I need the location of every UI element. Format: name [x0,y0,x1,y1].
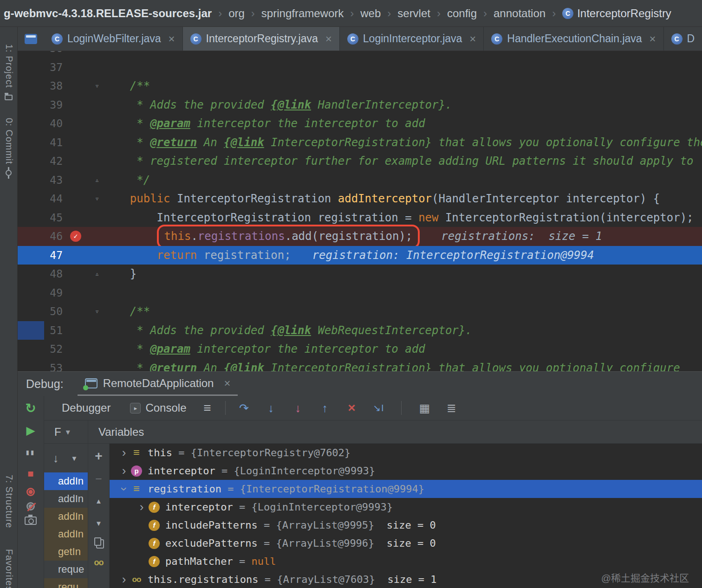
close-icon[interactable]: × [325,33,332,45]
chevron-right-icon[interactable]: › [117,572,131,587]
view-breakpoints-icon[interactable] [26,488,35,496]
remove-watch-icon[interactable]: − [91,471,107,486]
code-editor[interactable]: 363738▿ /**39 * Adds the provided {@link… [18,51,702,371]
variable-row[interactable]: fexcludePatterns = {ArrayList@9996} size… [110,534,702,552]
fold-icon[interactable]: ▵ [95,265,99,284]
frame-row[interactable]: addIn [44,472,88,490]
chevron-right-icon[interactable]: › [117,446,131,460]
add-watch-icon[interactable]: + [91,448,107,464]
hide-frames-icon[interactable]: ↓ [48,450,64,466]
step-over-icon[interactable]: ↷ [236,400,252,416]
stop-icon[interactable]: ■ [23,466,39,482]
code-line[interactable]: 50▿ /** [18,302,702,321]
chevron-down-icon[interactable]: › [117,482,131,496]
breadcrumb-item[interactable]: springframework [261,7,344,20]
close-icon[interactable]: × [224,378,230,389]
variable-row[interactable]: fpathMatcher = null [110,552,702,570]
drop-frame-icon[interactable]: × [344,400,359,416]
editor-tab[interactable]: CLoginWebFilter.java× [44,27,183,51]
toolwindow-favorites-button[interactable]: Favorites [0,549,18,588]
code-line[interactable]: 40 * @param interceptor the interceptor … [18,114,702,133]
watch-rail: +−▲▼oo [88,444,110,588]
breadcrumb-item[interactable]: config [447,7,477,20]
code-line[interactable]: 53 * @return An {@link InterceptorRegist… [18,359,702,372]
evaluate-expression-icon[interactable]: ▦ [416,400,432,416]
code-line[interactable]: 36 [18,51,702,58]
fold-icon[interactable]: ▿ [95,302,99,321]
frames-list: addInaddInaddInaddIngetInrequerequ [44,472,88,588]
close-icon[interactable]: × [169,33,175,45]
code-line[interactable]: 37 [18,58,702,77]
move-watch-down-icon[interactable]: ▼ [91,515,107,531]
frame-row[interactable]: requ [44,578,88,588]
fold-icon[interactable]: ▿ [95,77,99,96]
breadcrumb: g-webmvc-4.3.18.RELEASE-sources.jar›org›… [4,7,671,20]
breadcrumb-item[interactable]: org [228,7,245,20]
variable-row[interactable]: fincludePatterns = {ArrayList@9995} size… [110,516,702,534]
toolwindow-project-button[interactable]: 1: Project [0,44,18,88]
variable-value: {ArrayList@9996} [276,537,374,549]
run-to-cursor-icon[interactable]: ↘I [370,400,386,416]
view-options-icon[interactable]: ≣ [443,400,459,416]
frame-row[interactable]: addIn [44,508,88,525]
variable-row[interactable]: ›≡this = {InterceptorRegistry@7602} [110,444,702,462]
variable-row[interactable]: ›≡registration = {InterceptorRegistratio… [110,480,702,498]
frame-row[interactable]: reque [44,561,88,578]
variable-row[interactable]: ›finterceptor = {LoginInterceptor@9993} [110,498,702,516]
variable-row[interactable]: ›pinterceptor = {LoginInterceptor@9993} [110,462,702,480]
breadcrumb-item[interactable]: CInterceptorRegistry [562,7,671,20]
step-out-icon[interactable]: ↑ [317,400,332,416]
toolwindow-commit-button[interactable]: 0: Commit [0,118,18,164]
move-watch-up-icon[interactable]: ▲ [91,493,107,509]
code-line[interactable]: 52 * @param interceptor the interceptor … [18,340,702,359]
restore-layout-icon[interactable]: ≡ [199,400,215,416]
code-line[interactable]: 39 * Adds the provided {@link HandlerInt… [18,96,702,115]
close-icon[interactable]: × [469,33,476,45]
code-line[interactable]: 45 InterceptorRegistration registration … [18,208,702,227]
fold-icon[interactable]: ▿ [95,189,99,208]
close-icon[interactable]: × [650,33,656,45]
breakpoint-icon[interactable]: ✓ [70,231,81,242]
frame-row[interactable]: addIn [44,490,88,508]
breadcrumb-item[interactable]: web [360,7,381,20]
code-line[interactable]: 43▵ */ [18,171,702,190]
tab-console[interactable]: ▸ Console [124,401,193,414]
editor-tab[interactable]: CHandlerExecutionChain.java× [484,27,663,51]
code-line[interactable]: 46✓ this.registrations.add(registration)… [18,227,702,246]
show-watches-icon[interactable]: oo [91,555,107,570]
editor-tab[interactable]: CLoginInterceptor.java× [340,27,484,51]
code-line[interactable]: 44▿ public InterceptorRegistration addIn… [18,189,702,208]
debug-header: Debug: RemoteDatApplication × [18,372,702,396]
fold-icon[interactable]: ▵ [95,171,99,190]
thread-selector[interactable]: F ▾ [44,420,88,444]
breadcrumb-item[interactable]: g-webmvc-4.3.18.RELEASE-sources.jar [4,7,212,20]
frame-row[interactable]: addIn [44,525,88,543]
chevron-right-icon[interactable]: › [135,500,149,514]
breadcrumb-item[interactable]: servlet [397,7,430,20]
tool-window-icon[interactable] [25,34,37,44]
code-line[interactable]: 47 return registration;registration: Int… [18,246,702,265]
breadcrumb-item[interactable]: annotation [494,7,546,20]
code-line[interactable]: 42 * registered interceptor further for … [18,152,702,171]
debug-session-tab[interactable]: RemoteDatApplication × [78,372,238,396]
camera-icon[interactable] [25,517,37,525]
rerun-debug-icon[interactable]: ↻ [23,401,39,416]
code-line[interactable]: 48▵ } [18,265,702,284]
resume-icon[interactable]: ▶ [23,422,39,438]
code-line[interactable]: 51 * Adds the provided {@link WebRequest… [18,321,702,340]
mute-breakpoints-icon[interactable] [26,502,35,510]
filter-frames-icon[interactable]: ▼ [66,450,82,466]
toolwindow-structure-button[interactable]: 7: Structure [0,475,18,528]
code-line[interactable]: 41 * @return An {@link InterceptorRegist… [18,133,702,152]
duplicate-watch-icon[interactable] [94,537,101,546]
code-line[interactable]: 38▿ /** [18,77,702,96]
tab-debugger[interactable]: Debugger [55,401,117,414]
editor-tab[interactable]: CInterceptorRegistry.java× [183,27,340,51]
editor-tab[interactable]: CD× [664,27,702,51]
force-step-into-icon[interactable]: ↓ [290,400,306,416]
code-line[interactable]: 49 [18,284,702,303]
pause-icon[interactable]: ▮▮ [23,444,39,460]
step-into-icon[interactable]: ↓ [263,400,279,416]
frame-row[interactable]: getIn [44,543,88,561]
chevron-right-icon[interactable]: › [117,464,131,478]
